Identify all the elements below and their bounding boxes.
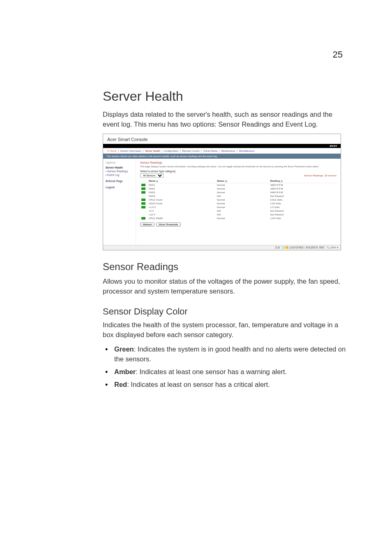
cell-reading: 1820 R.P.M <box>269 187 337 191</box>
cell-status: Normal <box>216 206 269 209</box>
bullet-red: Red: Indicates at least on sensor has a … <box>103 379 347 390</box>
content-panel: Sensor Readings This page displays syste… <box>136 159 341 245</box>
cell-name: +12 V <box>148 213 216 217</box>
cell-reading: 0.912 Volts <box>269 198 337 202</box>
sensor-category-label: Select a sensor type category: <box>140 170 176 173</box>
table-row[interactable]: CPU2 VcoreNormal1.02 Volts <box>140 202 337 206</box>
protected-mode-icon <box>286 246 288 249</box>
sidebar-heading: Options <box>106 161 133 164</box>
table-row[interactable]: +5 VN/ANot Present! <box>140 209 337 213</box>
sidebar: Options Server Health • Sensor Readings … <box>103 159 136 245</box>
bullet-amber-text: : Indicates at least one sensor has a wa… <box>136 368 287 375</box>
table-row[interactable]: +1.5 VNormal1.5 Volts <box>140 206 337 209</box>
col-reading[interactable]: Reading △ <box>269 178 337 183</box>
heading-server-health: Server Health <box>103 89 347 104</box>
sidebar-item-sensor-readings[interactable]: • Sensor Readings <box>106 170 133 173</box>
browser-status-bar: 完成 近端內部網路 | 受保護模式: 關閉 🔍 100% ▾ <box>103 245 341 250</box>
content-helper: This page displays system sensor informa… <box>140 165 337 168</box>
screenshot-sensor-readings: Acer Smart Console acer ⟳ Home | System … <box>103 134 341 250</box>
brand-bar: acer <box>103 144 341 148</box>
acer-logo: acer <box>330 144 337 148</box>
sidebar-refresh-page[interactable]: Refresh Page <box>106 180 133 183</box>
tab-virtual-media[interactable]: Virtual Media <box>203 150 217 152</box>
health-swatch <box>141 213 145 216</box>
color-bullet-list: Green: Indicates the system is in good h… <box>103 344 347 390</box>
sidebar-item-server-health[interactable]: Server Health <box>106 166 133 169</box>
heading-sensor-readings: Sensor Readings <box>103 261 347 273</box>
bullet-green-label: Green <box>114 345 134 353</box>
table-row[interactable]: FAN2Normal1820 R.P.M <box>140 187 337 191</box>
top-tabs: ⟳ Home | System Information | Server Hea… <box>103 148 341 154</box>
cell-status: N/A <box>216 213 269 217</box>
cell-reading: Not Present! <box>269 209 337 213</box>
cell-reading: 5460 R.P.M <box>269 191 337 194</box>
cell-status: N/A <box>216 194 269 198</box>
bullet-amber: Amber: Indicates at least one sensor has… <box>103 367 347 377</box>
health-swatch <box>141 195 145 197</box>
cell-name: +1.5 V <box>148 206 216 209</box>
bullet-green: Green: Indicates the system is in good h… <box>103 344 347 365</box>
cell-reading: 1820 R.P.M <box>269 183 337 187</box>
status-zoom[interactable]: 🔍 100% ▾ <box>327 246 338 249</box>
bullet-amber-label: Amber <box>114 368 136 375</box>
tab-remote-control[interactable]: Remote Control <box>182 150 199 152</box>
cell-reading: Not Present! <box>269 194 337 198</box>
cell-status: N/A <box>216 209 269 213</box>
cell-reading: Not Present! <box>269 213 337 217</box>
description-bar: This section shows you data related to t… <box>103 154 341 159</box>
health-swatch <box>141 217 145 220</box>
sensor-category-select[interactable]: All Sensors <box>140 173 164 178</box>
cell-status: Normal <box>216 187 269 191</box>
health-swatch <box>141 202 145 205</box>
table-row[interactable]: CPU1 VcoreNormal0.912 Volts <box>140 198 337 202</box>
cell-name: FAN3 <box>148 191 216 194</box>
cell-name: CPU1 Vcore <box>148 198 216 202</box>
cell-name: +5 V <box>148 209 216 213</box>
bullet-red-text: : Indicates at least on sensor has a cri… <box>127 381 270 388</box>
cell-name: CPU1 DIMM <box>148 217 216 220</box>
cell-status: Normal <box>216 217 269 220</box>
tab-miscellaneous[interactable]: Miscellaneous <box>239 150 254 152</box>
table-row[interactable]: FAN3Normal5460 R.P.M <box>140 191 337 194</box>
table-row[interactable]: FAN1Normal1820 R.P.M <box>140 183 337 187</box>
cell-name: FAN2 <box>148 187 216 191</box>
health-swatch <box>141 187 145 190</box>
cell-name: FAN1 <box>148 183 216 187</box>
table-row[interactable]: CPU1 DIMMNormal1.54 Volts <box>140 217 337 220</box>
paragraph-sensor-readings: Allows you to monitor status of the volt… <box>103 277 347 296</box>
window-title: Acer Smart Console <box>103 134 341 144</box>
tab-system-information[interactable]: System Information <box>120 150 142 152</box>
bullet-red-label: Red <box>114 381 127 388</box>
show-thresholds-button[interactable]: Show Thresholds <box>156 222 181 227</box>
sensor-table: Name △ Status △ Reading △ FAN1Normal1820… <box>140 178 337 220</box>
sensor-count: Sensor Readings: 18 sensors <box>304 174 337 177</box>
table-row[interactable]: FAN4N/ANot Present! <box>140 194 337 198</box>
tab-maintenance[interactable]: Maintenance <box>221 150 235 152</box>
col-name[interactable]: Name △ <box>148 178 216 183</box>
status-zone-text: 近端內部網路 | 受保護模式: 關閉 <box>289 246 324 249</box>
refresh-button[interactable]: Refresh <box>140 222 154 227</box>
cell-reading: 1.5 Volts <box>269 206 337 209</box>
cell-status: Normal <box>216 202 269 206</box>
tab-home[interactable]: ⟳ Home <box>107 150 117 152</box>
health-swatch <box>141 184 145 186</box>
cell-name: CPU2 Vcore <box>148 202 216 206</box>
cell-reading: 1.02 Volts <box>269 202 337 206</box>
cell-status: Normal <box>216 191 269 194</box>
health-swatch <box>141 206 145 208</box>
tab-server-health[interactable]: Server Health <box>145 150 160 152</box>
table-row[interactable]: +12 VN/ANot Present! <box>140 213 337 217</box>
cell-status: Normal <box>216 198 269 202</box>
status-done: 完成 <box>275 246 280 249</box>
sidebar-logout[interactable]: Logout <box>106 186 133 189</box>
internet-zone-icon <box>282 246 285 249</box>
health-swatch <box>141 210 145 212</box>
content-heading: Sensor Readings <box>140 161 337 164</box>
bullet-green-text: : Indicates the system is in good health… <box>114 345 346 363</box>
health-swatch <box>141 199 145 201</box>
sidebar-item-event-log[interactable]: • Event Log <box>106 173 133 176</box>
col-status[interactable]: Status △ <box>216 178 269 183</box>
health-swatch <box>141 191 145 194</box>
cell-reading: 1.54 Volts <box>269 217 337 220</box>
tab-configuration[interactable]: Configuration <box>164 150 179 152</box>
